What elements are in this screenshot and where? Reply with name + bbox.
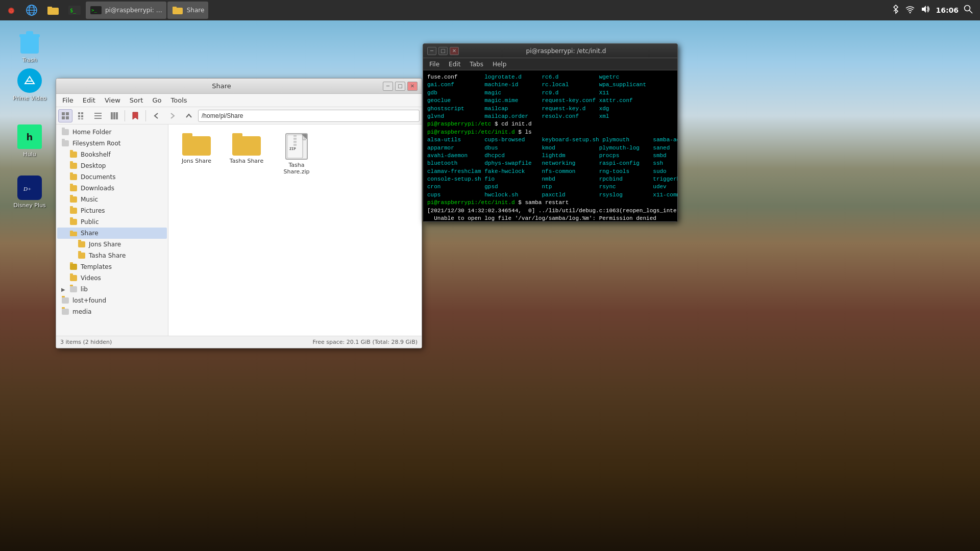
terminal-controls: ─ □ ✕ <box>427 47 459 55</box>
svg-rect-20 <box>173 7 177 9</box>
detail-view-button[interactable] <box>107 109 121 122</box>
sidebar-pictures-label: Pictures <box>81 207 105 214</box>
raspberry-menu-button[interactable] <box>2 1 20 19</box>
minimize-button[interactable]: ─ <box>383 82 393 91</box>
terminal-line-6: glvnd mailcap.order resolv.conf xml <box>427 113 673 120</box>
menu-sort[interactable]: Sort <box>126 95 148 105</box>
sidebar-documents-label: Documents <box>81 173 115 181</box>
sidebar-videos[interactable]: Videos <box>57 272 167 284</box>
forward-button[interactable] <box>165 109 180 122</box>
svg-rect-13 <box>47 8 59 15</box>
file-manager-menubar: File Edit View Sort Go Tools <box>56 94 422 107</box>
sidebar-templates[interactable]: Templates <box>57 261 167 272</box>
file-item-tasha-share-zip[interactable]: ZIP Tasha Share.zip <box>274 130 320 179</box>
address-bar[interactable] <box>198 110 420 122</box>
taskbar: $_ >_ pi@raspberrypi: … Share <box>0 0 980 20</box>
menu-tools[interactable]: Tools <box>167 95 191 105</box>
bluetooth-icon[interactable] <box>892 4 900 16</box>
svg-rect-51 <box>293 141 297 143</box>
status-space: Free space: 20.1 GiB (Total: 28.9 GiB) <box>312 339 418 345</box>
sidebar-media[interactable]: media <box>57 306 167 317</box>
terminal-menu-tabs[interactable]: Tabs <box>465 60 487 69</box>
list-view-button[interactable] <box>91 109 105 122</box>
sidebar-home-folder[interactable]: Home Folder <box>57 127 167 138</box>
terminal-ls-8: cups hwclock.sh paxctld rsyslog x11-comm… <box>427 191 673 199</box>
menu-edit[interactable]: Edit <box>79 95 100 105</box>
jons-share-icon <box>78 240 86 248</box>
maximize-button[interactable]: □ <box>395 82 405 91</box>
close-button[interactable]: ✕ <box>407 82 418 91</box>
hulu-desktop-icon[interactable]: h Hulu <box>9 122 50 160</box>
sidebar-public[interactable]: Public <box>57 216 167 228</box>
terminal1-taskbar-button[interactable]: $_ <box>64 2 85 19</box>
volume-icon[interactable] <box>920 5 930 16</box>
svg-rect-30 <box>62 116 65 119</box>
folder-taskbar-button[interactable] <box>43 2 63 19</box>
sidebar-tasha-share[interactable]: Tasha Share <box>57 250 167 261</box>
search-icon[interactable] <box>964 5 973 16</box>
file-item-tasha-share[interactable]: Tasha Share <box>224 130 270 179</box>
disney-desktop-icon[interactable]: D+ Disney Plus <box>9 173 50 211</box>
sidebar-scroll: Home Folder Filesystem Root Bookshelf <box>56 127 168 334</box>
menu-file[interactable]: File <box>58 95 78 105</box>
svg-marker-44 <box>133 112 138 119</box>
sidebar-share[interactable]: Share <box>57 228 167 239</box>
terminal-menu-file[interactable]: File <box>425 60 444 69</box>
sidebar-documents[interactable]: Documents <box>57 171 167 183</box>
svg-rect-32 <box>78 112 80 114</box>
up-button[interactable] <box>182 109 196 122</box>
terminal2-taskbar-button[interactable]: >_ pi@raspberrypi: … <box>86 2 166 19</box>
icon-view2-button[interactable] <box>75 109 89 122</box>
bookshelf-folder-icon <box>69 151 78 159</box>
svg-point-7 <box>11 11 12 12</box>
filesystem-icon <box>61 139 69 147</box>
zip-file-label: Tasha Share.zip <box>276 162 317 175</box>
terminal-body[interactable]: fuse.conf logrotate.d rc6.d wgetrc gai.c… <box>423 70 677 221</box>
menu-view[interactable]: View <box>101 95 125 105</box>
terminal-minimize-button[interactable]: ─ <box>427 47 436 55</box>
folder-icon <box>47 4 59 16</box>
file-manager-taskbar-button[interactable]: Share <box>167 2 209 19</box>
terminal-close-button[interactable]: ✕ <box>450 47 459 55</box>
terminal-menu-help[interactable]: Help <box>488 60 510 69</box>
trash-label: Trash <box>22 57 37 63</box>
terminal-line-4: geoclue magic.mime request-key.conf xatt… <box>427 97 673 105</box>
jons-share-folder-icon <box>182 133 211 156</box>
svg-rect-35 <box>81 115 83 117</box>
sidebar-downloads[interactable]: Downloads <box>57 183 167 194</box>
sidebar-bookshelf[interactable]: Bookshelf <box>57 149 167 160</box>
bookmarks-button[interactable] <box>128 109 142 122</box>
browser-taskbar-button[interactable] <box>21 2 42 19</box>
sidebar-public-label: Public <box>81 218 99 226</box>
svg-rect-36 <box>78 118 80 119</box>
wifi-icon[interactable] <box>905 5 915 15</box>
terminal-samba-cmd: pi@raspberrypi:/etc/init.d $ samba resta… <box>427 199 673 207</box>
svg-rect-39 <box>94 115 102 116</box>
terminal-maximize-button[interactable]: □ <box>438 47 448 55</box>
icon-view-button[interactable] <box>58 109 72 122</box>
back-button[interactable] <box>149 109 163 122</box>
sidebar-lost-found[interactable]: lost+found <box>57 295 167 306</box>
sidebar-filesystem-root[interactable]: Filesystem Root <box>57 138 167 149</box>
status-items: 3 items (2 hidden) <box>60 339 112 345</box>
sidebar-videos-label: Videos <box>81 274 101 282</box>
terminal-prompt-1: pi@raspberrypi:/etc $ cd init.d <box>427 120 673 128</box>
trash-icon-image <box>17 30 42 55</box>
prime-video-desktop-icon[interactable]: Prime Video <box>9 66 50 104</box>
pictures-folder-icon <box>69 207 78 215</box>
file-item-jons-share[interactable]: Jons Share <box>174 130 219 179</box>
sidebar-music[interactable]: Music <box>57 194 167 205</box>
sidebar-desktop[interactable]: Desktop <box>57 160 167 171</box>
menu-go[interactable]: Go <box>148 95 165 105</box>
terminal-ls-4: bluetooth dphys-swapfile networking rasp… <box>427 160 673 167</box>
terminal-menu-edit[interactable]: Edit <box>445 60 464 69</box>
svg-rect-52 <box>293 144 297 146</box>
sidebar-jons-share[interactable]: Jons Share <box>57 239 167 250</box>
sidebar-pictures[interactable]: Pictures <box>57 205 167 216</box>
home-folder-icon <box>61 128 69 136</box>
sidebar-lost-found-label: lost+found <box>72 297 106 304</box>
sidebar-lib[interactable]: ▶ lib <box>57 284 167 295</box>
trash-desktop-icon[interactable]: Trash <box>9 28 50 65</box>
tasha-share-file-label: Tasha Share <box>230 158 263 164</box>
svg-text:ZIP: ZIP <box>289 147 296 151</box>
